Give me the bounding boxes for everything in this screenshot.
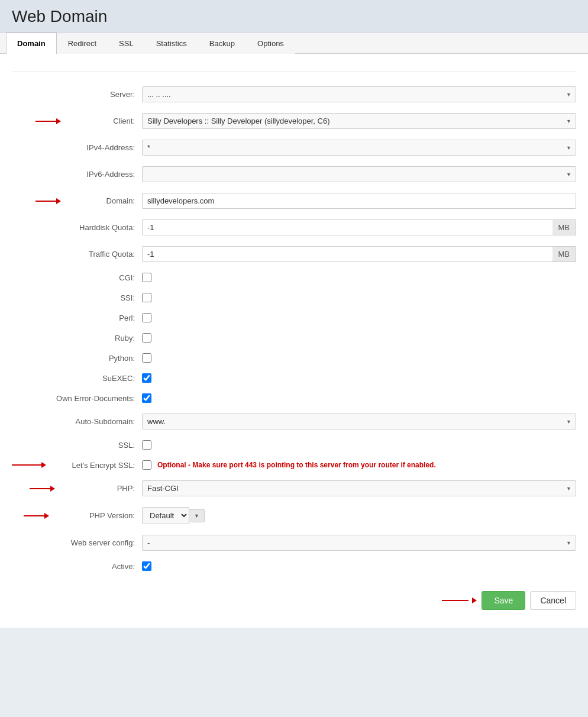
save-button[interactable]: Save — [482, 591, 525, 610]
php-control: Fast-CGI — [142, 480, 576, 496]
traffic-unit: MB — [553, 246, 577, 262]
php-version-control: Default ▼ — [142, 507, 588, 524]
own-error-control — [142, 393, 588, 403]
client-select[interactable]: Silly Developers :: Silly Developer (sil… — [142, 113, 576, 129]
php-select[interactable]: Fast-CGI — [142, 480, 576, 496]
domain-control — [142, 193, 576, 209]
domain-label: Domain: — [0, 196, 142, 205]
suexec-label: SuEXEC: — [0, 374, 142, 383]
ipv6-select[interactable] — [142, 166, 576, 182]
ipv6-select-wrapper — [142, 166, 576, 182]
web-server-label: Web server config: — [0, 538, 142, 547]
save-arrow-wrap — [442, 598, 477, 603]
ipv4-control: * — [142, 140, 576, 156]
php-version-row: PHP Version: Default ▼ — [0, 505, 588, 527]
php-label: PHP: — [0, 484, 142, 493]
web-server-row: Web server config: - — [0, 532, 588, 553]
perl-label: Perl: — [0, 314, 142, 322]
tab-domain[interactable]: Domain — [6, 33, 57, 54]
page-header: Web Domain — [0, 0, 588, 33]
ssl-control — [142, 440, 588, 450]
ipv4-label: IPv4-Address: — [0, 143, 142, 152]
ruby-checkbox[interactable] — [142, 333, 151, 343]
ssi-checkbox[interactable] — [142, 293, 151, 302]
own-error-label: Own Error-Documents: — [0, 394, 142, 403]
auto-subdomain-select-wrapper: www. — [142, 414, 576, 429]
ipv4-select[interactable]: * — [142, 140, 576, 156]
tab-ssl[interactable]: SSL — [108, 33, 145, 54]
auto-subdomain-control: www. — [142, 414, 576, 429]
tab-options[interactable]: Options — [246, 33, 295, 54]
perl-checkbox[interactable] — [142, 313, 151, 322]
suexec-row: SuEXEC: — [0, 371, 588, 385]
python-label: Python: — [0, 354, 142, 363]
domain-row: Domain: — [0, 190, 588, 211]
client-row: Client: Silly Developers :: Silly Develo… — [0, 111, 588, 131]
cancel-button[interactable]: Cancel — [530, 591, 576, 610]
auto-subdomain-select[interactable]: www. — [142, 414, 576, 429]
own-error-checkbox[interactable] — [142, 393, 151, 403]
perl-row: Perl: — [0, 311, 588, 325]
ssl-checkbox[interactable] — [142, 440, 151, 450]
php-row: PHP: Fast-CGI — [0, 478, 588, 499]
server-row: Server: ... .. .... — [0, 84, 588, 105]
form-area: Server: ... .. .... Client: Silly — [0, 54, 588, 628]
web-server-select[interactable]: - — [142, 535, 576, 551]
button-row: Save Cancel — [0, 579, 588, 616]
auto-subdomain-row: Auto-Subdomain: www. — [0, 411, 588, 432]
ruby-control — [142, 333, 588, 343]
ipv6-row: IPv6-Address: — [0, 164, 588, 185]
cgi-checkbox[interactable] — [142, 273, 151, 282]
lets-encrypt-checkbox[interactable] — [142, 460, 151, 470]
python-control — [142, 353, 588, 363]
auto-subdomain-label: Auto-Subdomain: — [0, 417, 142, 426]
ruby-row: Ruby: — [0, 331, 588, 345]
own-error-row: Own Error-Documents: — [0, 391, 588, 405]
ssl-row: SSL: — [0, 438, 588, 452]
suexec-checkbox[interactable] — [142, 373, 151, 383]
ipv6-control — [142, 166, 576, 182]
page-title: Web Domain — [12, 7, 576, 26]
traffic-input[interactable] — [142, 246, 553, 262]
harddisk-label: Harddisk Quota: — [0, 223, 142, 232]
server-select-wrapper: ... .. .... — [142, 86, 576, 102]
server-label: Server: — [0, 90, 142, 99]
php-version-label: PHP Version: — [0, 511, 142, 520]
harddisk-input[interactable] — [142, 219, 553, 235]
active-checkbox[interactable] — [142, 561, 151, 571]
server-select[interactable]: ... .. .... — [142, 86, 576, 102]
python-checkbox[interactable] — [142, 353, 151, 363]
domain-input[interactable] — [142, 193, 576, 209]
client-label: Client: — [0, 117, 142, 125]
lets-encrypt-control: Optional - Make sure port 443 is pointin… — [142, 460, 588, 470]
tab-statistics[interactable]: Statistics — [145, 33, 198, 54]
lets-encrypt-label: Let's Encrypt SSL: — [0, 461, 142, 470]
client-control: Silly Developers :: Silly Developer (sil… — [142, 113, 576, 129]
active-row: Active: — [0, 559, 588, 573]
ipv6-label: IPv6-Address: — [0, 170, 142, 179]
lets-encrypt-row: Let's Encrypt SSL: Optional - Make sure … — [0, 458, 588, 472]
cgi-row: CGI: — [0, 270, 588, 285]
php-version-dropdown-btn[interactable]: ▼ — [189, 509, 205, 522]
tab-backup[interactable]: Backup — [198, 33, 246, 54]
tab-redirect[interactable]: Redirect — [57, 33, 108, 54]
web-server-select-wrapper: - — [142, 535, 576, 551]
client-select-wrapper: Silly Developers :: Silly Developer (sil… — [142, 113, 576, 129]
php-select-wrapper: Fast-CGI — [142, 480, 576, 496]
perl-control — [142, 313, 588, 322]
suexec-control — [142, 373, 588, 383]
lets-encrypt-hint: Optional - Make sure port 443 is pointin… — [157, 461, 436, 469]
web-server-control: - — [142, 535, 576, 551]
ssi-control — [142, 293, 588, 302]
traffic-row: Traffic Quota: MB — [0, 244, 588, 264]
form-divider — [12, 72, 576, 72]
ipv4-select-wrapper: * — [142, 140, 576, 156]
main-content: Domain Redirect SSL Statistics Backup Op… — [0, 33, 588, 628]
python-row: Python: — [0, 351, 588, 365]
save-arrow-head — [472, 598, 477, 603]
php-version-select[interactable]: Default — [142, 507, 189, 524]
traffic-control: MB — [142, 246, 576, 262]
cgi-control — [142, 273, 588, 282]
cgi-label: CGI: — [0, 273, 142, 282]
ssi-row: SSI: — [0, 290, 588, 305]
